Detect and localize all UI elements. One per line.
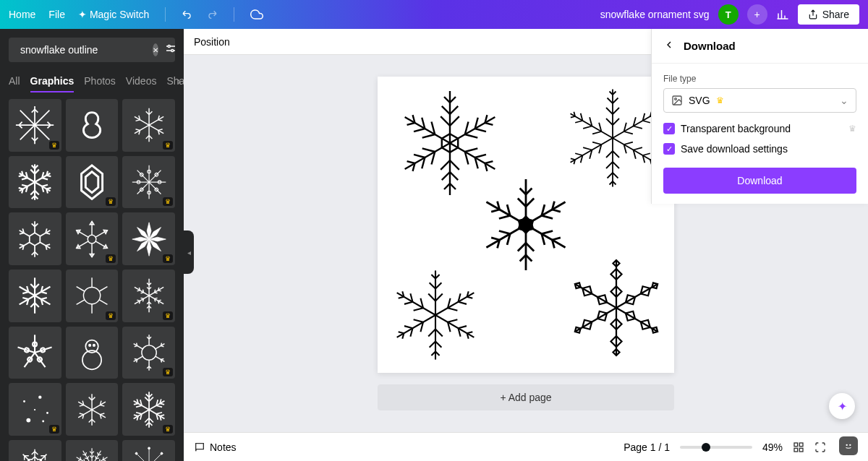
fullscreen-icon[interactable] xyxy=(814,441,826,453)
search-box: ✕ xyxy=(9,38,175,62)
zoom-thumb[interactable] xyxy=(702,443,710,452)
graphic-result[interactable]: ♛ xyxy=(122,327,175,379)
snowflake-icon xyxy=(71,445,113,461)
svg-line-91 xyxy=(526,199,534,207)
magic-switch-button[interactable]: ✦ Magic Switch xyxy=(78,9,149,20)
graphic-result[interactable]: ♛ xyxy=(122,99,175,152)
chevron-left-icon xyxy=(663,39,675,51)
svg-line-81 xyxy=(606,119,613,125)
graphic-result[interactable]: ♛ xyxy=(122,156,175,209)
zoom-value[interactable]: 49% xyxy=(762,441,783,453)
invite-button[interactable]: + xyxy=(747,4,767,25)
svg-point-25 xyxy=(88,235,96,244)
canvas-snowflake[interactable] xyxy=(562,254,671,362)
svg-point-44 xyxy=(142,345,156,360)
graphic-result[interactable]: ♛ xyxy=(9,99,61,152)
canvas-snowflake[interactable] xyxy=(385,264,486,366)
notes-icon xyxy=(194,441,205,453)
svg-marker-18 xyxy=(85,171,98,192)
search-input[interactable] xyxy=(20,44,147,56)
zoom-slider[interactable] xyxy=(680,446,752,449)
snowflake-icon xyxy=(128,218,170,260)
crown-icon: ♛ xyxy=(848,124,856,134)
svg-point-43 xyxy=(93,345,95,346)
sliders-icon xyxy=(164,42,177,55)
snowflake-icon xyxy=(128,445,170,461)
divider xyxy=(234,7,234,22)
graphic-result[interactable]: ♛ xyxy=(66,212,119,265)
share-button[interactable]: Share xyxy=(798,4,859,25)
svg-point-41 xyxy=(82,350,101,369)
file-type-select[interactable]: SVG ♛ ⌄ xyxy=(663,88,856,113)
share-label: Share xyxy=(822,9,849,20)
document-title[interactable]: snowflake ornament svg xyxy=(600,9,710,20)
snowflake-icon xyxy=(128,389,170,431)
page-indicator[interactable]: Page 1 / 1 xyxy=(624,441,670,453)
tab-graphics[interactable]: Graphics xyxy=(30,71,75,92)
save-settings-checkbox[interactable]: ✓ Save download settings xyxy=(663,143,856,155)
svg-line-96 xyxy=(428,294,435,301)
graphic-result[interactable] xyxy=(66,383,119,436)
user-avatar[interactable]: T xyxy=(718,4,739,25)
premium-badge: ♛ xyxy=(106,197,116,206)
cloud-sync-button[interactable] xyxy=(250,8,263,21)
home-link[interactable]: Home xyxy=(9,9,35,20)
clear-search-button[interactable]: ✕ xyxy=(153,43,158,56)
sidebar-toggle[interactable]: ◂ xyxy=(184,231,194,274)
graphic-result[interactable]: ♛ xyxy=(122,270,175,322)
ai-assistant-button[interactable] xyxy=(839,436,858,455)
graphic-result[interactable]: ♛ xyxy=(122,383,175,436)
file-type-value: SVG xyxy=(689,95,710,106)
tab-photos[interactable]: Photos xyxy=(84,71,116,92)
svg-point-49 xyxy=(38,395,41,398)
canvas-snowflake[interactable] xyxy=(475,174,576,275)
svg-line-99 xyxy=(435,283,441,288)
snowflake-icon xyxy=(14,161,56,203)
graphic-result[interactable]: ♛ xyxy=(122,440,175,461)
add-page-button[interactable]: + Add page xyxy=(378,384,674,410)
transparent-bg-checkbox[interactable]: ✓ Transparent background ♛ xyxy=(663,123,856,134)
position-button[interactable]: Position xyxy=(194,36,230,48)
graphic-result[interactable]: ♛ xyxy=(66,270,119,322)
graphic-result[interactable] xyxy=(9,156,61,209)
tabs-scroll-right[interactable]: › xyxy=(177,75,181,87)
help-fab[interactable]: ✦ xyxy=(829,393,855,419)
snowflake-icon xyxy=(71,389,113,431)
graphic-result[interactable] xyxy=(9,327,61,379)
grid-view-icon[interactable] xyxy=(793,441,804,453)
graphic-result[interactable]: ♛ xyxy=(66,156,119,209)
notes-button[interactable]: Notes xyxy=(194,441,237,453)
graphic-result[interactable] xyxy=(66,99,119,152)
graphic-result[interactable]: ♛ xyxy=(9,383,61,436)
tab-videos[interactable]: Videos xyxy=(126,71,157,92)
magic-switch-label: Magic Switch xyxy=(90,9,149,20)
top-bar: Home File ✦ Magic Switch snowflake ornam… xyxy=(0,0,868,29)
chart-icon xyxy=(776,8,789,21)
category-tabs: All Graphics Photos Videos Shapes › xyxy=(0,71,184,93)
graphic-result[interactable]: ♛ xyxy=(9,440,61,461)
graphic-result[interactable] xyxy=(66,327,119,379)
svg-point-42 xyxy=(89,345,90,346)
insights-button[interactable] xyxy=(776,8,789,21)
ai-icon xyxy=(843,441,854,451)
back-button[interactable] xyxy=(663,39,675,53)
premium-badge: ♛ xyxy=(49,141,59,150)
file-menu[interactable]: File xyxy=(48,9,65,20)
undo-button[interactable] xyxy=(182,9,193,20)
snowflake-icon xyxy=(71,104,113,146)
redo-button[interactable] xyxy=(206,9,218,20)
tab-all[interactable]: All xyxy=(9,71,20,92)
snowflake-icon xyxy=(71,218,113,260)
filter-button[interactable] xyxy=(164,42,177,58)
graphic-result[interactable] xyxy=(9,212,61,265)
download-button[interactable]: Download xyxy=(663,168,856,194)
graphic-result[interactable]: ♛ xyxy=(66,440,119,461)
svg-line-75 xyxy=(442,106,450,114)
svg-point-3 xyxy=(168,46,170,48)
graphic-result[interactable]: ♛ xyxy=(122,212,175,265)
premium-badge: ♛ xyxy=(106,311,116,320)
download-title: Download xyxy=(684,40,736,52)
canvas-page[interactable] xyxy=(378,77,674,373)
svg-marker-21 xyxy=(30,233,41,245)
graphic-result[interactable] xyxy=(9,270,61,322)
